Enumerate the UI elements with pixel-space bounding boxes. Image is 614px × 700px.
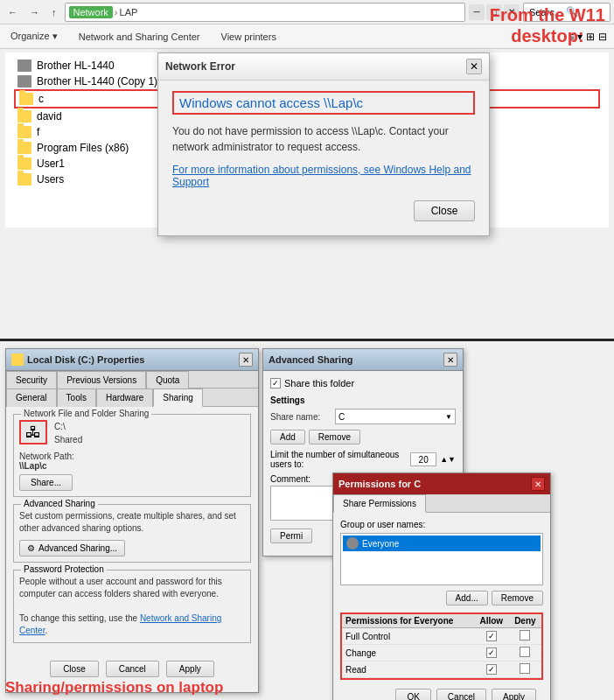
dialog-footer: Close xyxy=(172,200,475,225)
dialog-close-icon[interactable]: ✕ xyxy=(466,59,482,74)
props-title-text: Local Disk (C:) Properties xyxy=(27,354,144,365)
perm-close-button[interactable]: ✕ xyxy=(531,477,545,491)
deny-cell[interactable] xyxy=(509,628,541,645)
folder-icon xyxy=(17,158,31,170)
props-title-icon xyxy=(11,354,24,366)
view-printers-link[interactable]: View printers xyxy=(218,30,280,44)
allow-cell[interactable]: ✓ xyxy=(474,628,509,645)
share-name-input[interactable]: C ▼ xyxy=(335,409,456,424)
perm-action-buttons: Add... Remove xyxy=(340,591,543,606)
permissions-dialog: Permissions for C ✕ Share Permissions Gr… xyxy=(332,472,551,700)
dialog-titlebar: Network Error ✕ xyxy=(158,53,489,80)
simultaneous-row: Limit the number of simultaneous users t… xyxy=(270,450,456,469)
tab-general[interactable]: General xyxy=(6,388,57,407)
perm-footer: OK Cancel Apply xyxy=(340,685,543,700)
spin-arrows-icon[interactable]: ▲▼ xyxy=(440,455,456,464)
minimize-button[interactable]: ─ xyxy=(469,4,485,20)
checkbox-unchecked-icon xyxy=(520,647,530,657)
adv-close-button[interactable]: ✕ xyxy=(443,353,457,367)
section-label: Network File and Folder Sharing xyxy=(21,409,151,418)
perm-title: Permissions for C xyxy=(338,479,421,489)
share-path: C:\ Shared xyxy=(54,420,82,446)
group-list: Everyone xyxy=(340,533,543,585)
group-item-everyone[interactable]: Everyone xyxy=(343,536,541,551)
share-name-row: Share name: C ▼ xyxy=(270,409,456,424)
tab-hardware[interactable]: Hardware xyxy=(96,388,153,407)
props-cancel-button[interactable]: Cancel xyxy=(106,661,159,677)
simultaneous-input[interactable] xyxy=(410,452,436,466)
network-path-label: Network Path: \\Lap\c xyxy=(19,452,245,471)
apply-button[interactable]: Apply xyxy=(492,689,536,700)
props-apply-button[interactable]: Apply xyxy=(166,661,214,677)
folder-icon xyxy=(17,142,31,154)
address-bar[interactable]: Network › LAP xyxy=(65,3,466,22)
bottom-section: Local Disk (C:) Properties ✕ Security Pr… xyxy=(0,341,614,700)
cancel-button[interactable]: Cancel xyxy=(436,689,486,700)
advanced-sharing-button[interactable]: ⚙ Advanced Sharing... xyxy=(19,540,125,556)
tab-security[interactable]: Security xyxy=(6,371,57,388)
tab-quota[interactable]: Quota xyxy=(146,371,189,388)
tab-tools[interactable]: Tools xyxy=(57,388,96,407)
file-name: Program Files (x86) xyxy=(37,142,129,154)
forward-button[interactable]: → xyxy=(25,4,44,20)
share-checkbox[interactable]: ✓ xyxy=(270,378,281,388)
folder-icon xyxy=(17,126,31,138)
add-button[interactable]: Add... xyxy=(446,591,488,606)
printer-icon xyxy=(17,60,31,72)
group-user-icon xyxy=(346,537,359,550)
annotation-top: From the W11 desktop: xyxy=(490,4,605,46)
addr-separator: › xyxy=(115,7,118,18)
up-button[interactable]: ↑ xyxy=(47,4,61,20)
help-link[interactable]: For more information about permissions, … xyxy=(172,164,475,188)
props-body: Network File and Folder Sharing 🖧 C:\ Sh… xyxy=(6,407,258,657)
adv-dialog-buttons: Add Remove xyxy=(270,430,456,444)
share-name-label: Share name: xyxy=(270,412,331,422)
file-name: User1 xyxy=(37,158,65,170)
perm-col-allow: Allow xyxy=(474,614,509,628)
tab-sharing[interactable]: Sharing xyxy=(153,388,202,407)
addr-network[interactable]: Network xyxy=(69,6,113,18)
tab-share-permissions[interactable]: Share Permissions xyxy=(333,494,426,513)
props-close-button[interactable]: Close xyxy=(50,661,99,677)
deny-cell[interactable] xyxy=(509,645,541,662)
props-close-button[interactable]: ✕ xyxy=(239,353,253,367)
ok-button[interactable]: OK xyxy=(395,689,430,700)
password-label: Password Protection xyxy=(21,564,107,574)
checkbox-unchecked-icon xyxy=(520,630,530,640)
file-name: Brother HL-1440 (Copy 1) xyxy=(37,75,157,88)
annotation-bottom: Sharing/permissions on laptop xyxy=(5,679,223,696)
tab-previous-versions[interactable]: Previous Versions xyxy=(57,371,146,388)
allow-cell[interactable]: ✓ xyxy=(474,645,509,662)
error-title: Windows cannot access \\Lap\c xyxy=(172,91,475,115)
perm-col-deny: Deny xyxy=(509,614,541,628)
adv-sharing-label: Advanced Sharing xyxy=(21,499,98,508)
permissions-button[interactable]: Permi xyxy=(270,528,312,543)
perm-name: Full Control xyxy=(342,628,474,645)
deny-cell[interactable] xyxy=(509,662,541,678)
organize-menu[interactable]: Organize ▾ xyxy=(7,29,61,44)
allow-cell[interactable]: ✓ xyxy=(474,662,509,678)
back-button[interactable]: ← xyxy=(3,4,22,20)
breadcrumb: Network › LAP xyxy=(69,6,138,18)
checkbox-checked-icon: ✓ xyxy=(486,631,497,641)
close-button[interactable]: Close xyxy=(414,200,475,221)
perm-titlebar: Permissions for C ✕ xyxy=(333,473,550,494)
folder-icon xyxy=(17,173,31,186)
adv-titlebar: Advanced Sharing ✕ xyxy=(263,349,463,371)
file-name: Brother HL-1440 xyxy=(37,60,115,72)
permissions-table-container: Permissions for Everyone Allow Deny Full… xyxy=(340,612,543,680)
perm-col-name: Permissions for Everyone xyxy=(342,614,474,628)
group-label: Group or user names: xyxy=(340,520,543,529)
share-button[interactable]: Share... xyxy=(19,474,73,491)
props-tabs-row2: General Tools Hardware Sharing xyxy=(6,388,258,407)
folder-icon xyxy=(19,93,33,105)
network-sharing-center-link[interactable]: Network and Sharing Center xyxy=(75,30,204,44)
remove-button[interactable]: Remove xyxy=(492,591,543,606)
file-name: c xyxy=(38,93,44,105)
top-section: ← → ↑ Network › LAP ─ □ ✕ Searc... 🔍 Fro… xyxy=(0,0,614,341)
share-checkbox-row: ✓ Share this folder xyxy=(270,378,456,388)
dialog-title: Network Error xyxy=(165,60,235,73)
network-sharing-center-link[interactable]: Network and Sharing Center xyxy=(19,613,221,635)
remove-button[interactable]: Remove xyxy=(309,430,360,444)
add-button[interactable]: Add xyxy=(270,430,305,444)
